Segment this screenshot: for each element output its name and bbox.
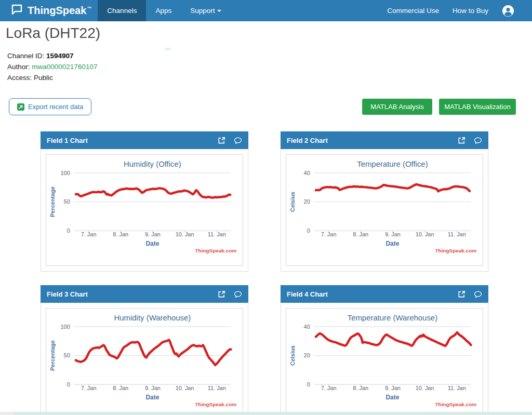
svg-text:ThingSpeak.com: ThingSpeak.com	[195, 401, 237, 407]
svg-text:40: 40	[304, 324, 310, 330]
matlab-visualization-button[interactable]: MATLAB Visualization	[439, 99, 516, 115]
svg-text:20: 20	[304, 352, 310, 358]
user-avatar-icon[interactable]	[502, 5, 514, 17]
export-icon	[17, 103, 24, 111]
svg-text:40: 40	[304, 170, 310, 176]
chart-svg: Temperature (Warehouse)020407. Jan8. Jan…	[286, 309, 483, 415]
svg-text:9. Jan: 9. Jan	[145, 385, 161, 391]
bottom-strip	[0, 412, 532, 415]
comment-icon[interactable]	[234, 137, 242, 144]
panel-heading-label: Field 4 Chart	[287, 290, 328, 298]
svg-text:8. Jan: 8. Jan	[113, 385, 128, 391]
panel-heading: Field 3 Chart	[41, 285, 248, 303]
svg-text:0: 0	[307, 227, 310, 234]
chart-humidity-office: Humidity (Office)0501007. Jan8. Jan9. Ja…	[46, 154, 243, 266]
svg-text:Celsius: Celsius	[289, 345, 296, 366]
svg-text:Date: Date	[145, 394, 159, 401]
panel-body: Temperature (Office)020407. Jan8. Jan9. …	[281, 149, 488, 272]
svg-text:9. Jan: 9. Jan	[145, 231, 161, 237]
panel-body: Humidity (Warehouse)0501007. Jan8. Jan9.…	[41, 303, 248, 415]
svg-text:0: 0	[67, 381, 70, 387]
svg-text:ThingSpeak.com: ThingSpeak.com	[435, 401, 477, 407]
expand-chart-icon[interactable]	[458, 137, 466, 144]
svg-text:8. Jan: 8. Jan	[113, 231, 128, 237]
panel-body: Temperature (Warehouse)020407. Jan8. Jan…	[281, 303, 488, 415]
field-4-chart-panel: Field 4 Chart Temperature (Warehouse)020…	[281, 285, 488, 415]
access-label: Access:	[7, 74, 32, 82]
panel-heading-icons	[218, 137, 242, 144]
svg-text:7. Jan: 7. Jan	[81, 385, 97, 391]
nav-item-support[interactable]: Support	[181, 0, 231, 21]
svg-text:Humidity (Warehouse): Humidity (Warehouse)	[114, 313, 191, 322]
svg-text:10. Jan: 10. Jan	[416, 231, 434, 237]
svg-text:Percentage: Percentage	[49, 340, 56, 371]
svg-text:Date: Date	[145, 240, 159, 247]
svg-text:ThingSpeak.com: ThingSpeak.com	[435, 248, 477, 253]
panel-heading-label: Field 1 Chart	[47, 137, 88, 144]
panel-heading: Field 1 Chart	[41, 131, 248, 149]
svg-text:Date: Date	[385, 394, 399, 401]
export-recent-data-button[interactable]: Export recent data	[9, 98, 91, 115]
bottom-strip-left	[0, 412, 14, 415]
nav-item-how-to-buy[interactable]: How to Buy	[453, 7, 488, 15]
chart-temperature-warehouse: Temperature (Warehouse)020407. Jan8. Jan…	[286, 308, 483, 415]
field-3-chart-panel: Field 3 Chart Humidity (Warehouse)050100…	[41, 285, 248, 415]
matlab-analysis-button[interactable]: MATLAB Analysis	[362, 99, 432, 115]
access-value: Public	[34, 74, 53, 82]
expand-chart-icon[interactable]	[458, 290, 466, 298]
panel-heading-label: Field 3 Chart	[47, 290, 88, 298]
channel-id-row: Channel ID: 1594907	[7, 50, 97, 61]
panel-heading: Field 2 Chart	[281, 131, 488, 149]
channel-id-value: 1594907	[46, 52, 74, 60]
export-button-label: Export recent data	[28, 103, 83, 111]
caret-down-icon	[217, 10, 221, 12]
svg-text:7. Jan: 7. Jan	[81, 231, 97, 237]
nav-item-commercial-use[interactable]: Commercial Use	[387, 7, 439, 15]
render-artifact	[165, 48, 171, 50]
svg-text:Percentage: Percentage	[49, 186, 56, 217]
svg-text:ThingSpeak.com: ThingSpeak.com	[195, 248, 237, 253]
author-label: Author:	[7, 63, 30, 71]
svg-text:100: 100	[61, 170, 70, 176]
svg-text:11. Jan: 11. Jan	[448, 231, 466, 237]
svg-text:Date: Date	[385, 240, 399, 247]
chart-svg: Humidity (Warehouse)0501007. Jan8. Jan9.…	[46, 309, 243, 415]
svg-text:20: 20	[304, 198, 310, 205]
svg-text:9. Jan: 9. Jan	[385, 385, 401, 391]
svg-text:0: 0	[307, 381, 310, 387]
svg-text:Temperature (Warehouse): Temperature (Warehouse)	[348, 313, 437, 322]
nav-item-channels[interactable]: Channels	[98, 0, 146, 21]
panel-heading-icons	[458, 137, 482, 144]
svg-text:8. Jan: 8. Jan	[353, 385, 368, 391]
expand-chart-icon[interactable]	[218, 290, 225, 298]
page-title: LoRa (DHT22)	[6, 25, 100, 42]
channel-id-label: Channel ID:	[7, 52, 44, 60]
svg-text:100: 100	[61, 324, 70, 330]
svg-text:0: 0	[67, 227, 70, 234]
chart-svg: Humidity (Office)0501007. Jan8. Jan9. Ja…	[46, 155, 243, 265]
field-2-chart-panel: Field 2 Chart Temperature (Office)020407…	[281, 131, 488, 272]
comment-icon[interactable]	[474, 290, 482, 298]
panel-heading-icons	[218, 290, 242, 298]
channel-info: Channel ID: 1594907 Author: mwa000002176…	[7, 50, 97, 83]
panel-body: Humidity (Office)0501007. Jan8. Jan9. Ja…	[41, 149, 248, 272]
svg-text:11. Jan: 11. Jan	[208, 231, 226, 237]
comment-icon[interactable]	[234, 290, 242, 298]
svg-text:Humidity (Office): Humidity (Office)	[124, 159, 181, 168]
navbar: ThingSpeak™ Channels Apps Support Commer…	[0, 0, 532, 21]
comment-icon[interactable]	[474, 137, 482, 144]
svg-text:10. Jan: 10. Jan	[176, 231, 194, 237]
svg-text:8. Jan: 8. Jan	[353, 231, 368, 237]
svg-text:10. Jan: 10. Jan	[416, 385, 434, 391]
chart-temperature-office: Temperature (Office)020407. Jan8. Jan9. …	[286, 154, 483, 266]
nav-item-apps[interactable]: Apps	[146, 0, 181, 21]
svg-text:Celsius: Celsius	[289, 192, 296, 212]
svg-text:Temperature (Office): Temperature (Office)	[357, 159, 428, 168]
svg-text:11. Jan: 11. Jan	[448, 385, 466, 391]
chart-svg: Temperature (Office)020407. Jan8. Jan9. …	[286, 155, 483, 265]
author-link[interactable]: mwa0000021760107	[32, 63, 97, 71]
panel-heading-icons	[458, 290, 482, 298]
thingspeak-brand-link[interactable]: ThingSpeak™	[0, 0, 98, 21]
svg-text:10. Jan: 10. Jan	[176, 385, 194, 391]
expand-chart-icon[interactable]	[218, 137, 225, 144]
